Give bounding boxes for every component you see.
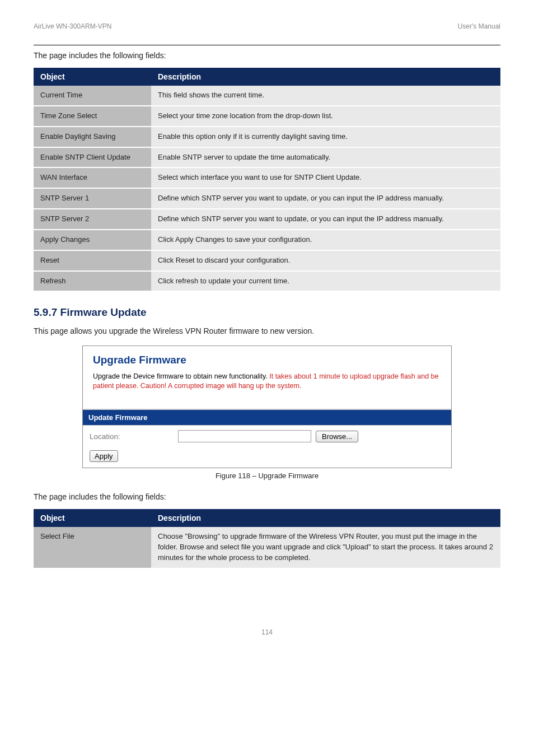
apply-row: Apply: [83, 447, 451, 468]
figure-caption: Figure 118 – Upgrade Firmware: [34, 472, 500, 480]
row-label: Enable SNTP Client Update: [34, 147, 151, 168]
row-desc: Define which SNTP server you want to upd…: [151, 188, 500, 209]
row-desc: Choose "Browsing" to upgrade firmware of…: [151, 527, 500, 568]
row-label: Time Zone Select: [34, 106, 151, 127]
intro-text-1: The page includes the following fields:: [34, 51, 500, 60]
row-label: WAN Interface: [34, 167, 151, 188]
table-row: Current TimeThis field shows the current…: [34, 86, 500, 106]
row-desc: Select your time zone location from the …: [151, 106, 500, 127]
panel-desc-normal: Upgrade the Device firmware to obtain ne…: [93, 372, 268, 380]
row-desc: Click Reset to discard your configuratio…: [151, 250, 500, 271]
table-row: Time Zone SelectSelect your time zone lo…: [34, 106, 500, 127]
page-number: 114: [0, 584, 534, 653]
section-intro-firmware: This page allows you upgrade the Wireles…: [34, 326, 500, 335]
location-row: Location: Browse...: [83, 425, 451, 447]
table-row: Apply ChangesClick Apply Changes to save…: [34, 230, 500, 250]
location-label: Location:: [90, 432, 174, 441]
apply-button[interactable]: Apply: [90, 450, 118, 462]
fields-table-1: Object Description Current TimeThis fiel…: [34, 68, 500, 292]
doc-title: AirLive WN-300ARM-VPN: [34, 22, 111, 30]
row-desc: Select which interface you want to use f…: [151, 167, 500, 188]
table-row: WAN InterfaceSelect which interface you …: [34, 167, 500, 188]
update-firmware-band: Update Firmware: [83, 409, 451, 425]
col-description: Description: [151, 68, 500, 86]
section-heading-firmware: 5.9.7 Firmware Update: [34, 306, 500, 319]
row-desc: Click Apply Changes to save your configu…: [151, 230, 500, 250]
col-object: Object: [34, 68, 151, 86]
table-row: Enable SNTP Client UpdateEnable SNTP ser…: [34, 147, 500, 168]
table-row: SNTP Server 1Define which SNTP server yo…: [34, 188, 500, 209]
row-label: SNTP Server 2: [34, 209, 151, 230]
row-desc: This field shows the current time.: [151, 86, 500, 106]
table-row: RefreshClick refresh to update your curr…: [34, 271, 500, 292]
row-desc: Enable this option only if it is current…: [151, 127, 500, 147]
location-input[interactable]: [178, 430, 311, 442]
row-label: Select File: [34, 527, 151, 568]
row-label: Current Time: [34, 86, 151, 106]
fields-table-2: Object Description Select File Choose "B…: [34, 509, 500, 569]
table-row: SNTP Server 2Define which SNTP server yo…: [34, 209, 500, 230]
table-row: Select File Choose "Browsing" to upgrade…: [34, 527, 500, 568]
header-divider: [34, 45, 500, 45]
row-desc: Enable SNTP server to update the time au…: [151, 147, 500, 168]
row-desc: Click refresh to update your current tim…: [151, 271, 500, 292]
table-row: ResetClick Reset to discard your configu…: [34, 250, 500, 271]
panel-description: Upgrade the Device firmware to obtain ne…: [93, 372, 441, 407]
browse-button[interactable]: Browse...: [316, 431, 358, 442]
panel-title: Upgrade Firmware: [93, 354, 441, 366]
row-label: SNTP Server 1: [34, 188, 151, 209]
row-label: Reset: [34, 250, 151, 271]
row-desc: Define which SNTP server you want to upd…: [151, 209, 500, 230]
col-description: Description: [151, 509, 500, 527]
doc-subtitle: User's Manual: [458, 22, 500, 30]
row-label: Apply Changes: [34, 230, 151, 250]
col-object: Object: [34, 509, 151, 527]
row-label: Enable Daylight Saving: [34, 127, 151, 147]
upgrade-firmware-panel: Upgrade Firmware Upgrade the Device firm…: [82, 346, 452, 468]
table-row: Enable Daylight SavingEnable this option…: [34, 127, 500, 147]
row-label: Refresh: [34, 271, 151, 292]
intro-text-2: The page includes the following fields:: [34, 492, 500, 501]
